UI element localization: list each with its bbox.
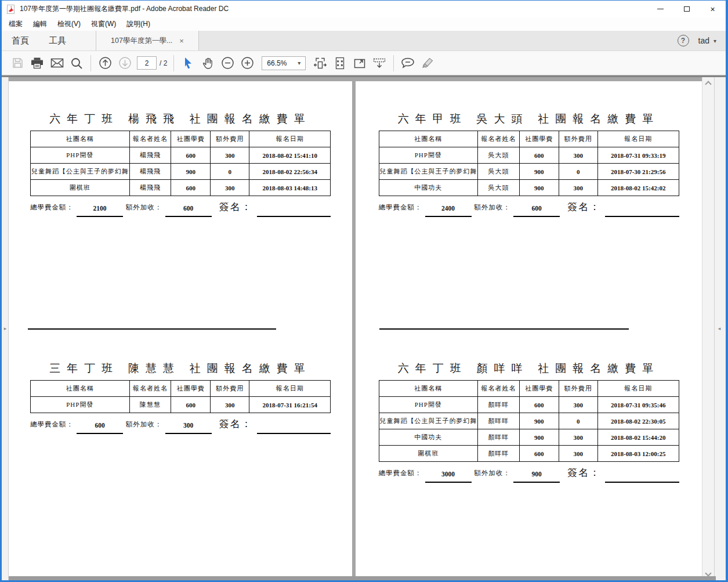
toolbar: / 2 66.5% ▾ [2, 51, 726, 75]
form-slot: 六年丁班 楊飛飛 社團報名繳費單社團名稱報名者姓名社團學費額外費用報名日期PHP… [9, 111, 352, 217]
table-cell: 600 [171, 180, 211, 196]
horizontal-scrollbar[interactable] [9, 576, 716, 580]
navigation-pane-strip: ▸ [2, 77, 9, 580]
payment-form: 六年丁班 顏咩咩 社團報名繳費單社團名稱報名者姓名社團學費額外費用報名日期PHP… [379, 361, 679, 483]
scroll-up-icon[interactable] [705, 81, 711, 87]
email-button[interactable] [47, 54, 67, 73]
save-button[interactable] [8, 54, 27, 73]
table-row: 圍棋班顏咩咩6003002018-08-03 12:00:25 [379, 446, 679, 462]
header-row: 社團名稱報名者姓名社團學費額外費用報名日期 [379, 381, 679, 397]
table-row: 兒童舞蹈【公主與王子的夢幻舞會】顏咩咩90002018-08-02 22:30:… [379, 413, 679, 429]
toolbar-separator [173, 55, 174, 71]
tools-pane-toggle[interactable]: ◂ [715, 323, 724, 334]
scroll-down-icon[interactable] [705, 570, 711, 576]
cut-divider-line [379, 328, 629, 330]
total-fee-value: 2400 [425, 205, 472, 217]
form-footer: 總學費金額：2100額外加收：600簽名： [30, 200, 331, 217]
signature-line [605, 477, 679, 483]
table-cell: 900 [171, 164, 211, 180]
table-cell: 2018-08-02 22:56:34 [249, 164, 331, 180]
menu-window[interactable]: 視窗(W) [86, 19, 121, 29]
table-cell: 楊飛飛 [129, 164, 171, 180]
column-header: 報名日期 [249, 381, 331, 397]
table-cell: 600 [171, 147, 211, 164]
previous-page-icon [99, 56, 112, 70]
form-slot: 六年甲班 吳大頭 社團報名繳費單社團名稱報名者姓名社團學費額外費用報名日期PHP… [356, 111, 702, 217]
table-cell: 顏咩咩 [478, 413, 520, 429]
header-row: 社團名稱報名者姓名社團學費額外費用報名日期 [379, 131, 679, 147]
vertical-scrollbar[interactable] [702, 77, 714, 580]
menu-file[interactable]: 檔案 [3, 19, 28, 29]
column-header: 額外費用 [211, 381, 249, 397]
help-button[interactable]: ? [678, 35, 689, 46]
next-page-button[interactable] [115, 54, 135, 73]
fit-page-button[interactable] [330, 54, 350, 73]
menu-edit[interactable]: 編輯 [28, 19, 52, 29]
extra-fee-label: 額外加收： [475, 469, 511, 483]
extra-fee-value: 300 [165, 422, 212, 434]
account-menu[interactable]: tad ▾ [698, 36, 717, 45]
zoom-out-button[interactable] [218, 54, 237, 73]
acrobat-window: 107學年度第一學期社團報名繳費單.pdf - Adobe Acrobat Re… [0, 0, 728, 582]
tab-tools[interactable]: 工具 [39, 31, 76, 50]
column-header: 社團學費 [171, 381, 211, 397]
table-cell: 2018-08-03 12:00:25 [597, 446, 679, 462]
column-header: 額外費用 [559, 381, 597, 397]
highlight-button[interactable] [418, 54, 437, 73]
select-tool-button[interactable] [178, 54, 198, 73]
menu-view[interactable]: 檢視(V) [52, 19, 86, 29]
table-cell: 楊飛飛 [129, 180, 171, 196]
fit-width-button[interactable] [310, 54, 330, 73]
extra-fee-label: 額外加收： [126, 420, 162, 434]
table-row: PHP開發楊飛飛6003002018-08-02 15:41:10 [31, 147, 331, 164]
total-fee-value: 600 [77, 422, 123, 434]
toolbar-collapse-button[interactable] [370, 54, 389, 73]
search-icon [70, 57, 83, 70]
fullscreen-icon [353, 57, 366, 70]
fee-table: 社團名稱報名者姓名社團學費額外費用報名日期PHP開發陳慧慧6003002018-… [30, 380, 331, 413]
zoom-out-icon [221, 56, 234, 70]
horizontal-scrollbar-thumb[interactable] [9, 576, 716, 580]
navigation-pane-toggle[interactable]: ▸ [2, 323, 9, 334]
hand-tool-button[interactable] [198, 54, 218, 73]
table-row: 中國功夫顏咩咩9003002018-08-02 15:44:20 [379, 429, 679, 446]
email-icon [50, 57, 64, 68]
header-row: 社團名稱報名者姓名社團學費額外費用報名日期 [31, 381, 331, 397]
minimize-button[interactable] [647, 1, 673, 17]
extra-fee-label: 額外加收： [475, 203, 511, 217]
table-cell: 2018-08-02 15:44:20 [597, 429, 679, 446]
zoom-level-dropdown[interactable]: 66.5% ▾ [262, 56, 306, 70]
tab-home[interactable]: 首頁 [2, 31, 39, 50]
pdf-page-left[interactable]: 六年丁班 楊飛飛 社團報名繳費單社團名稱報名者姓名社團學費額外費用報名日期PHP… [9, 81, 352, 576]
search-button[interactable] [67, 54, 86, 73]
table-row: 圍棋班楊飛飛6003002018-08-03 14:48:13 [31, 180, 331, 196]
fee-table: 社團名稱報名者姓名社團學費額外費用報名日期PHP開發顏咩咩6003002018-… [379, 380, 679, 462]
comment-button[interactable] [398, 54, 418, 73]
table-cell: 2018-08-02 22:30:05 [597, 413, 679, 429]
form-footer: 總學費金額：3000額外加收：900簽名： [379, 466, 679, 483]
previous-page-button[interactable] [95, 54, 115, 73]
menu-help[interactable]: 說明(H) [121, 19, 155, 29]
tab-close-icon[interactable]: × [179, 37, 184, 45]
select-cursor-icon [183, 57, 193, 70]
table-cell: 兒童舞蹈【公主與王子的夢幻舞會】 [379, 413, 478, 429]
print-button[interactable] [27, 54, 47, 73]
signature-label: 簽名： [567, 466, 600, 483]
table-cell: 0 [211, 164, 249, 180]
tab-document[interactable]: 107學年度第一學... × [96, 31, 199, 50]
form-title: 六年丁班 顏咩咩 社團報名繳費單 [379, 361, 679, 376]
pdf-page-right[interactable]: 六年甲班 吳大頭 社團報名繳費單社團名稱報名者姓名社團學費額外費用報名日期PHP… [356, 81, 702, 576]
maximize-button[interactable] [673, 1, 700, 17]
fullscreen-button[interactable] [350, 54, 370, 73]
table-row: PHP開發吳大頭6003002018-07-31 09:33:19 [379, 147, 679, 164]
page-number-input[interactable] [137, 56, 157, 70]
zoom-in-button[interactable] [237, 54, 257, 73]
table-cell: 300 [559, 180, 597, 196]
table-cell: 600 [519, 397, 559, 413]
total-fee-value: 2100 [77, 205, 123, 217]
fee-table: 社團名稱報名者姓名社團學費額外費用報名日期PHP開發楊飛飛6003002018-… [30, 131, 331, 196]
toolbar-collapse-icon [372, 57, 386, 70]
column-header: 社團名稱 [379, 131, 478, 147]
cut-divider-line [28, 328, 276, 330]
close-button[interactable]: × [700, 1, 726, 17]
